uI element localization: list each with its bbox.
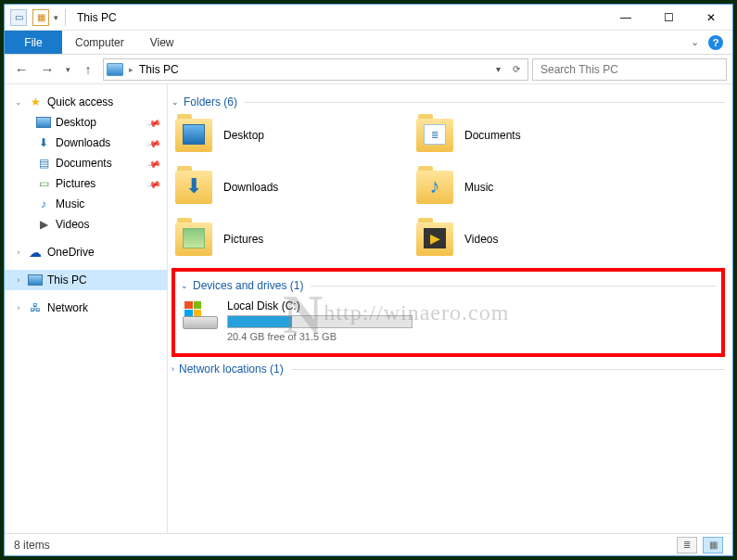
folder-icon: ≣ (416, 119, 453, 152)
drive-local-disk-c[interactable]: Local Disk (C:) 20.4 GB free of 31.5 GB (183, 299, 714, 342)
up-button[interactable]: ↑ (77, 58, 99, 81)
sidebar-item-videos[interactable]: ▶ Videos (5, 214, 167, 235)
sidebar-item-label: This PC (47, 274, 87, 286)
separator (65, 9, 66, 26)
content-pane: ⌄ Folders (6) Desktop ≣ Documents ⬇ (168, 84, 732, 533)
desktop-icon (36, 117, 51, 128)
video-icon: ▶ (36, 217, 51, 232)
chevron-right-icon[interactable]: › (14, 303, 23, 312)
tab-computer[interactable]: Computer (62, 31, 137, 54)
minimize-button[interactable]: — (604, 5, 647, 31)
group-header-network[interactable]: › Network locations (1) (172, 363, 725, 375)
star-icon: ★ (28, 95, 43, 109)
folder-desktop[interactable]: Desktop (175, 116, 407, 155)
navigation-pane: ⌄ ★ Quick access Desktop 📌 ⬇ Downloads 📌… (5, 84, 168, 533)
chevron-down-icon: ⌄ (181, 281, 188, 290)
search-input[interactable] (539, 62, 720, 77)
folder-label: Documents (464, 129, 521, 142)
folder-videos[interactable]: ▶ Videos (416, 220, 648, 259)
sidebar-item-desktop[interactable]: Desktop 📌 (5, 112, 167, 133)
navigation-bar: ← → ▾ ↑ ▸ This PC ▾ ⟳ (5, 55, 732, 84)
folder-icon (175, 119, 212, 152)
address-dropdown-icon[interactable]: ▾ (489, 61, 506, 78)
group-header-folders[interactable]: ⌄ Folders (6) (172, 95, 725, 108)
this-pc-icon (107, 63, 123, 76)
drive-free-text: 20.4 GB free of 31.5 GB (227, 331, 714, 342)
folder-pictures[interactable]: Pictures (175, 220, 407, 259)
folder-label: Downloads (223, 181, 278, 194)
forward-button[interactable]: → (36, 58, 58, 81)
sidebar-item-downloads[interactable]: ⬇ Downloads 📌 (5, 133, 167, 153)
chevron-right-icon: › (172, 364, 174, 374)
tab-view[interactable]: View (137, 31, 187, 54)
sidebar-item-pictures[interactable]: ▭ Pictures 📌 (5, 173, 167, 194)
sidebar-item-documents[interactable]: ▤ Documents 📌 (5, 153, 167, 173)
window-controls: — ☐ ✕ (604, 5, 732, 31)
document-icon: ▤ (36, 156, 51, 171)
sidebar-network[interactable]: › 🖧 Network (5, 298, 167, 318)
close-button[interactable]: ✕ (690, 5, 732, 31)
windows-logo-icon (184, 301, 201, 316)
sidebar-item-label: Quick access (47, 95, 113, 108)
sidebar-item-label: Downloads (56, 136, 110, 149)
drive-name: Local Disk (C:) (227, 299, 714, 312)
sidebar-item-label: OneDrive (47, 246, 95, 259)
status-bar: 8 items ≣ ▦ (5, 533, 732, 555)
item-count: 8 items (14, 539, 50, 552)
chevron-right-icon[interactable]: › (14, 275, 23, 285)
maximize-button[interactable]: ☐ (647, 5, 690, 31)
ribbon: File Computer View ⌄ ? (5, 31, 732, 55)
back-button[interactable]: ← (10, 58, 32, 81)
folder-label: Music (464, 181, 493, 194)
sidebar-onedrive[interactable]: › ☁ OneDrive (5, 242, 167, 262)
folder-documents[interactable]: ≣ Documents (416, 116, 648, 155)
download-icon: ⬇ (36, 135, 51, 150)
address-bar[interactable]: ▸ This PC ▾ ⟳ (103, 58, 528, 81)
chevron-right-icon[interactable]: › (14, 248, 23, 257)
group-title: Devices and drives (1) (193, 279, 303, 292)
pin-icon: 📌 (146, 156, 161, 171)
picture-icon: ▭ (36, 176, 51, 191)
refresh-icon[interactable]: ⟳ (508, 61, 525, 78)
new-folder-icon[interactable]: ▦ (32, 9, 49, 26)
pin-icon: 📌 (146, 135, 161, 150)
breadcrumb-sep-icon: ▸ (129, 65, 133, 74)
sidebar-this-pc[interactable]: › This PC (5, 270, 167, 290)
this-pc-icon (28, 274, 43, 286)
details-view-button[interactable]: ≣ (677, 537, 697, 554)
sidebar-item-music[interactable]: ♪ Music (5, 194, 167, 214)
folder-downloads[interactable]: ⬇ Downloads (175, 168, 407, 207)
sidebar-item-label: Documents (56, 157, 112, 170)
sidebar-item-label: Videos (56, 218, 89, 231)
sidebar-item-label: Desktop (56, 116, 96, 129)
window-title: This PC (77, 11, 117, 24)
search-box[interactable] (532, 58, 727, 81)
chevron-down-icon[interactable]: ⌄ (14, 97, 23, 107)
file-tab[interactable]: File (5, 31, 62, 54)
pin-icon: 📌 (146, 176, 161, 191)
qat-dropdown-icon[interactable]: ▾ (53, 14, 59, 20)
cloud-icon: ☁ (28, 245, 43, 260)
folder-music[interactable]: ♪ Music (416, 168, 648, 207)
folders-grid: Desktop ≣ Documents ⬇ Downloads ♪ Music (175, 116, 725, 259)
group-header-drives[interactable]: ⌄ Devices and drives (1) (181, 279, 716, 292)
capacity-bar (227, 315, 413, 328)
sidebar-quick-access[interactable]: ⌄ ★ Quick access (5, 92, 167, 112)
explorer-window: ▭ ▦ ▾ This PC — ☐ ✕ File Computer View ⌄… (4, 4, 733, 556)
folder-icon: ▶ (416, 223, 453, 256)
help-icon[interactable]: ? (708, 35, 723, 50)
breadcrumb[interactable]: This PC (139, 63, 179, 76)
folder-icon (175, 223, 212, 256)
sidebar-item-label: Pictures (56, 177, 95, 190)
folder-label: Videos (464, 233, 498, 246)
history-dropdown-icon[interactable]: ▾ (62, 58, 73, 81)
properties-icon[interactable]: ▭ (10, 9, 27, 26)
tiles-view-button[interactable]: ▦ (703, 537, 723, 554)
sidebar-item-label: Music (56, 197, 84, 210)
music-icon: ♪ (36, 197, 51, 211)
drive-icon (183, 299, 218, 329)
collapse-ribbon-icon[interactable]: ⌄ (691, 36, 699, 48)
folder-label: Desktop (223, 129, 264, 142)
group-title: Folders (6) (184, 95, 237, 108)
folder-label: Pictures (223, 233, 263, 246)
